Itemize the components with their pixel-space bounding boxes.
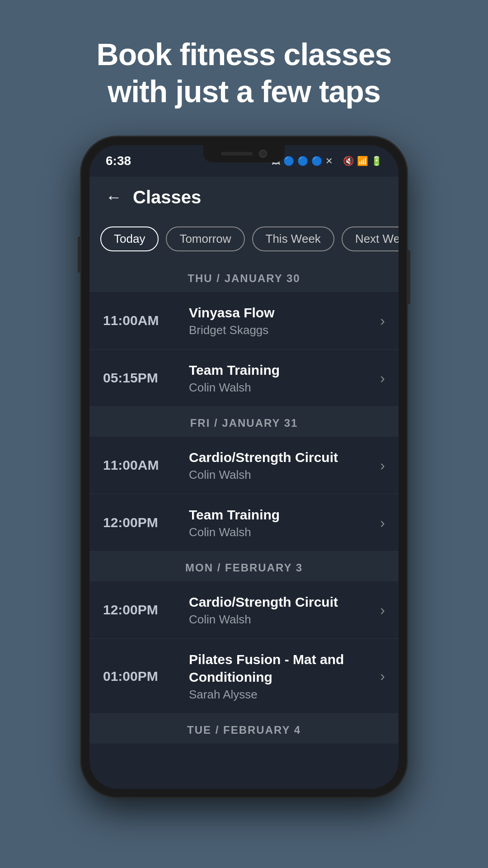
tab-today[interactable]: Today: [100, 226, 159, 251]
class-row[interactable]: 01:00PM Pilates Fusion - Mat and Conditi…: [89, 639, 399, 714]
class-row[interactable]: 12:00PM Cardio/Strength Circuit Colin Wa…: [89, 581, 399, 639]
date-header-fri: FRI / JANUARY 31: [89, 407, 399, 437]
phone-frame: 6:38 🖼 🔵 🔵 🔵 ✕ 🔇 📶 🔋 ← Classes: [81, 137, 407, 797]
class-info: Pilates Fusion - Mat and Conditioning Sa…: [189, 651, 373, 702]
class-instructor: Colin Walsh: [189, 613, 373, 627]
class-instructor: Colin Walsh: [189, 525, 373, 539]
chevron-right-icon: ›: [380, 457, 385, 474]
close-icon: ✕: [325, 156, 333, 166]
class-time: 01:00PM: [103, 669, 189, 684]
battery-icon: 🔋: [371, 156, 382, 166]
notif-icon2: 🔵: [297, 156, 309, 166]
class-name: Pilates Fusion - Mat and Conditioning: [189, 651, 373, 686]
class-row[interactable]: 11:00AM Vinyasa Flow Bridget Skaggs ›: [89, 292, 399, 349]
notch-camera: [259, 150, 267, 158]
tab-next-week[interactable]: Next Week: [342, 226, 399, 251]
chevron-right-icon: ›: [380, 602, 385, 618]
status-icons: 🖼 🔵 🔵 🔵 ✕ 🔇 📶 🔋: [272, 156, 382, 166]
chevron-right-icon: ›: [380, 514, 385, 531]
date-header-mon: MON / FEBRUARY 3: [89, 552, 399, 581]
notch-speaker: [221, 152, 253, 156]
tab-tomorrow[interactable]: Tomorrow: [166, 226, 244, 251]
wifi-icon: 📶: [357, 156, 368, 166]
notif-icon1: 🔵: [283, 156, 295, 166]
notif-icon3: 🔵: [311, 156, 323, 166]
filter-tabs: Today Tomorrow This Week Next Week: [89, 217, 399, 262]
schedule-list: THU / JANUARY 30 11:00AM Vinyasa Flow Br…: [89, 262, 399, 789]
headline-line2: with just a few taps: [108, 74, 380, 108]
chevron-right-icon: ›: [380, 668, 385, 684]
class-instructor: Colin Walsh: [189, 381, 373, 395]
class-row[interactable]: 12:00PM Team Training Colin Walsh ›: [89, 494, 399, 552]
class-info: Cardio/Strength Circuit Colin Walsh: [189, 593, 373, 627]
class-instructor: Sarah Alysse: [189, 688, 373, 702]
class-row[interactable]: 05:15PM Team Training Colin Walsh ›: [89, 349, 399, 407]
status-time: 6:38: [106, 154, 131, 168]
class-info: Team Training Colin Walsh: [189, 361, 373, 395]
phone-notch: [203, 145, 285, 162]
chevron-right-icon: ›: [380, 312, 385, 329]
class-time: 12:00PM: [103, 602, 189, 618]
page-title: Classes: [133, 187, 201, 208]
class-time: 11:00AM: [103, 458, 189, 473]
class-info: Vinyasa Flow Bridget Skaggs: [189, 304, 373, 337]
headline-line1: Book fitness classes: [97, 37, 392, 71]
class-row[interactable]: 11:00AM Cardio/Strength Circuit Colin Wa…: [89, 437, 399, 494]
class-name: Team Training: [189, 506, 373, 524]
class-instructor: Bridget Skaggs: [189, 323, 373, 337]
class-name: Team Training: [189, 361, 373, 379]
class-time: 11:00AM: [103, 313, 189, 328]
phone-screen: 6:38 🖼 🔵 🔵 🔵 ✕ 🔇 📶 🔋 ← Classes: [89, 145, 399, 789]
class-name: Cardio/Strength Circuit: [189, 593, 373, 611]
phone-mockup: 6:38 🖼 🔵 🔵 🔵 ✕ 🔇 📶 🔋 ← Classes: [81, 137, 407, 797]
class-name: Vinyasa Flow: [189, 304, 373, 321]
class-instructor: Colin Walsh: [189, 468, 373, 482]
chevron-right-icon: ›: [380, 370, 385, 387]
class-time: 05:15PM: [103, 370, 189, 386]
headline: Book fitness classes with just a few tap…: [70, 36, 419, 110]
class-info: Cardio/Strength Circuit Colin Walsh: [189, 448, 373, 482]
date-header-thu: THU / JANUARY 30: [89, 262, 399, 292]
mute-icon: 🔇: [343, 156, 354, 166]
app-header: ← Classes: [89, 177, 399, 217]
class-info: Team Training Colin Walsh: [189, 506, 373, 539]
back-button[interactable]: ←: [106, 188, 122, 207]
date-header-tue: TUE / FEBRUARY 4: [89, 714, 399, 744]
tab-this-week[interactable]: This Week: [252, 226, 334, 251]
class-time: 12:00PM: [103, 515, 189, 530]
class-name: Cardio/Strength Circuit: [189, 448, 373, 466]
